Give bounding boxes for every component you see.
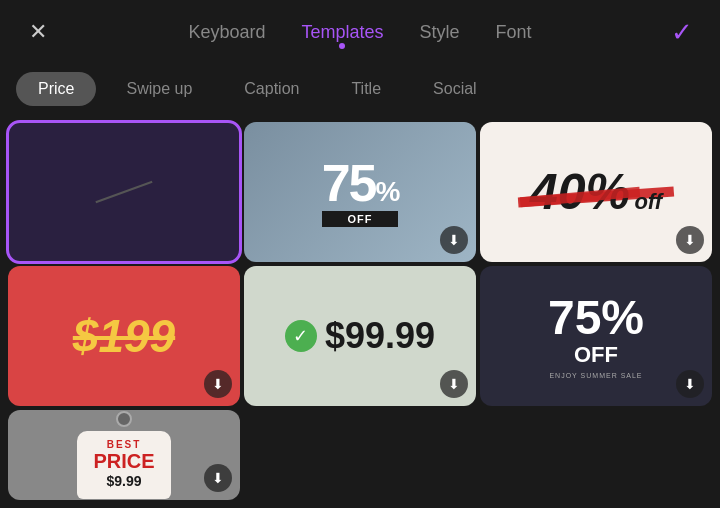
tile-75off2-content: 75% OFF ENJOY SUMMER SALE bbox=[548, 294, 644, 379]
filter-tab-social[interactable]: Social bbox=[411, 72, 499, 106]
download-button-75off2[interactable]: ⬇ bbox=[676, 370, 704, 398]
tile-75off2-off-label: OFF bbox=[548, 342, 644, 368]
price-tag-value: $9.99 bbox=[93, 473, 154, 489]
tile-75off2-number: 75% bbox=[548, 294, 644, 342]
tile-blank[interactable] bbox=[8, 122, 240, 262]
price-tag-price-label: PRICE bbox=[93, 450, 154, 473]
download-button-price-tag[interactable]: ⬇ bbox=[204, 464, 232, 492]
tile-75off2-subtitle: ENJOY SUMMER SALE bbox=[548, 372, 644, 379]
header-nav: Keyboard Templates Style Font bbox=[56, 22, 664, 43]
tile-40off-number: 40% bbox=[530, 164, 630, 220]
tile-price-tag[interactable]: BEST PRICE $9.99 ⬇ bbox=[8, 410, 240, 500]
price-tag-shape: BEST PRICE $9.99 bbox=[77, 431, 170, 499]
price-tag-hole bbox=[116, 411, 132, 427]
tile-9999-check-circle: ✓ bbox=[285, 320, 317, 352]
tile-75off[interactable]: 75% OFF ⬇ bbox=[244, 122, 476, 262]
download-button-9999[interactable]: ⬇ bbox=[440, 370, 468, 398]
tile-75off-content: 75% OFF bbox=[322, 157, 399, 227]
tile-199[interactable]: $199 ⬇ bbox=[8, 266, 240, 406]
filter-tab-price[interactable]: Price bbox=[16, 72, 96, 106]
nav-item-font[interactable]: Font bbox=[496, 22, 532, 43]
tile-199-content: $199 bbox=[73, 309, 175, 363]
template-grid: 75% OFF ⬇ 40% off ⬇ $199 ⬇ ✓ $99.99 ⬇ bbox=[0, 118, 720, 504]
tile-40off-content: 40% off bbox=[522, 163, 670, 221]
filter-tab-swipe-up[interactable]: Swipe up bbox=[104, 72, 214, 106]
tile-price-tag-content: BEST PRICE $9.99 bbox=[77, 411, 170, 499]
filter-tab-caption[interactable]: Caption bbox=[222, 72, 321, 106]
download-button-199[interactable]: ⬇ bbox=[204, 370, 232, 398]
tile-75off2[interactable]: 75% OFF ENJOY SUMMER SALE ⬇ bbox=[480, 266, 712, 406]
tile-199-price: $199 bbox=[73, 310, 175, 362]
download-button-40off[interactable]: ⬇ bbox=[676, 226, 704, 254]
tile-75off-number: 75% bbox=[322, 157, 399, 209]
nav-item-keyboard[interactable]: Keyboard bbox=[188, 22, 265, 43]
tile-40off-suffix: off bbox=[634, 189, 662, 214]
confirm-button[interactable]: ✓ bbox=[664, 14, 700, 50]
nav-item-style[interactable]: Style bbox=[420, 22, 460, 43]
filter-tab-title[interactable]: Title bbox=[329, 72, 403, 106]
blank-line bbox=[95, 181, 152, 203]
tile-9999-price: $99.99 bbox=[325, 315, 435, 357]
tile-9999[interactable]: ✓ $99.99 ⬇ bbox=[244, 266, 476, 406]
tile-40off[interactable]: 40% off ⬇ bbox=[480, 122, 712, 262]
tile-75off-label: OFF bbox=[322, 211, 399, 227]
nav-item-templates[interactable]: Templates bbox=[301, 22, 383, 43]
price-tag-best-label: BEST bbox=[93, 439, 154, 450]
header: ✕ Keyboard Templates Style Font ✓ bbox=[0, 0, 720, 64]
filter-bar: Price Swipe up Caption Title Social bbox=[0, 64, 720, 118]
close-button[interactable]: ✕ bbox=[20, 14, 56, 50]
download-button-75off[interactable]: ⬇ bbox=[440, 226, 468, 254]
tile-9999-content: ✓ $99.99 bbox=[285, 315, 435, 357]
